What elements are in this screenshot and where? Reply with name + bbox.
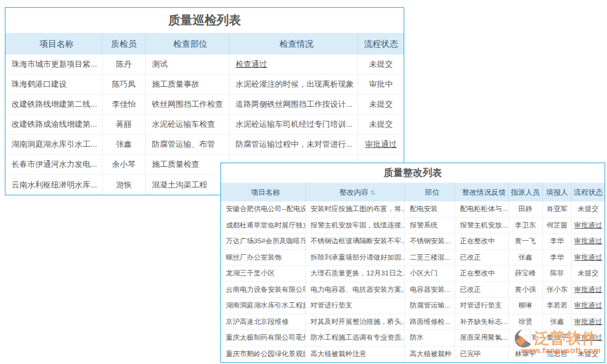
rectification-table-title: 质量整改列表 [221, 163, 605, 183]
rectify-part-cell: 路面维修检... [405, 314, 455, 330]
rectify-feedback-cell: 已改正 [455, 282, 509, 298]
reporter-name-link[interactable]: 董清平 [543, 330, 572, 346]
inspection-part-cell: 铁丝网围挡工作检查 [146, 95, 229, 114]
project-name-link[interactable]: 成都杜甫草堂临时展厅独立展... [221, 218, 306, 234]
column-header-project: 项目名称 [5, 33, 103, 55]
column-header-project: 项目名称 [221, 183, 306, 201]
status-badge[interactable]: 未提交 [572, 266, 605, 281]
project-name-link[interactable]: 长春市伊通河水力发电... [5, 155, 103, 174]
project-name-link[interactable]: 改建铁路线增建第二线... [5, 95, 103, 114]
table-row: 珠海鹤港口建设 陈巧凤 施工质量事故 水泥砼灌注的时候，出现离析现象 审批中 [5, 75, 404, 95]
status-badge[interactable]: 审批通过 [572, 282, 605, 298]
inspector-name-link[interactable]: 陈丹 [103, 55, 146, 74]
rectify-content-cell: 防水工程施工选调有专业资质... [306, 330, 405, 346]
assignee-name-link[interactable]: 徐贤 [509, 314, 543, 330]
rectify-feedback-cell: 已改正 [455, 250, 509, 266]
status-badge[interactable]: 未提交 [358, 55, 404, 74]
rectify-feedback-cell: 补齐缺失标志... [455, 314, 509, 330]
rectify-content-cell: 对管进行垫支 [306, 298, 405, 314]
inspector-name-link[interactable]: 张鑫 [103, 135, 146, 154]
column-header-status: 流程状态 [572, 183, 605, 201]
project-name-link[interactable]: 湖南洞庭湖水库引水工... [5, 135, 103, 154]
project-name-link[interactable]: 京沪高速北京段维修 [221, 314, 306, 330]
status-badge[interactable]: 未提交 [358, 115, 404, 134]
reporter-name-link[interactable]: 陈菲 [543, 266, 572, 281]
status-badge[interactable]: 审批通过 [572, 250, 605, 266]
rectify-feedback-cell: 配电柜柜体与... [455, 201, 509, 217]
reporter-name-link[interactable]: 范思哲 [543, 346, 572, 363]
status-badge[interactable]: 未提交 [572, 346, 605, 363]
inspector-name-link[interactable]: 李佳怡 [103, 95, 146, 114]
inspection-part-cell: 防腐管运输、布管 [146, 135, 229, 154]
inspector-name-link[interactable]: 游恢 [103, 175, 146, 195]
rectify-feedback-cell: 正在整改中 [455, 234, 509, 249]
inspection-part-cell: 混凝土沟渠工程 [146, 175, 229, 195]
project-name-link[interactable]: 改建铁路成渝线增建第... [5, 115, 103, 134]
reporter-name-link[interactable]: 李华 [543, 250, 572, 266]
column-header-status: 流程状态 [358, 33, 404, 55]
project-name-link[interactable]: 螺丝厂办公室装饰 [221, 250, 306, 266]
rectify-content-cell: 安装时应按施工图的布置，将... [306, 201, 405, 217]
status-badge[interactable]: 审批通过 [572, 234, 605, 249]
rectify-part-cell: 不锈钢安装... [405, 234, 455, 249]
project-name-link[interactable]: 重庆市鹅岭公园绿化景观提升... [221, 346, 306, 363]
assignee-name-link[interactable]: 薛宝峰 [509, 266, 543, 281]
table-row: 珠海市城市更新项目紫... 陈丹 测试 检查通过 未提交 [5, 55, 404, 75]
assignee-name-link[interactable]: 林康平 [509, 346, 543, 363]
inspection-situation-cell: 检查通过 [229, 55, 358, 74]
rectify-content-cell: 拆除到承重墙部分请做好加固... [306, 250, 405, 266]
assignee-name-link[interactable]: 田静 [509, 201, 543, 217]
rectify-part-cell: 报警系统 [405, 218, 455, 234]
project-name-link[interactable]: 珠海鹤港口建设 [5, 75, 103, 94]
project-name-link[interactable]: 云南水利枢纽潜明水库... [5, 175, 103, 195]
project-name-link[interactable]: 湖南洞庭湖水库引水工程施工I标 [221, 298, 306, 314]
inspector-name-link[interactable]: 余小琴 [103, 155, 146, 174]
project-name-link[interactable]: 龙湖三千里小区 [221, 266, 306, 281]
status-badge[interactable]: 审批通过 [572, 314, 605, 330]
rectify-part-cell: 高大植被栽种 [405, 346, 455, 363]
inspector-name-link[interactable]: 陈巧凤 [103, 75, 146, 94]
inspection-situation-cell: 水泥砼灌注的时候，出现离析现象 [229, 75, 358, 94]
table-row: 龙湖三千里小区 大理石质量更换，12月31日之... 小区大门 正在整改中 薛宝… [221, 266, 605, 282]
reporter-name-link[interactable]: 李华 [543, 234, 572, 249]
status-badge[interactable]: 审批通过 [572, 218, 605, 234]
status-badge[interactable]: 审批通过 [572, 298, 605, 314]
rectify-feedback-cell: 报警主机安放... [455, 218, 509, 234]
column-header-situation: 检查情况 [229, 33, 358, 55]
reporter-name-link[interactable]: 张小东 [543, 282, 572, 298]
sort-icon[interactable]: ⇅ [370, 189, 375, 196]
assignee-name-link[interactable]: 张鑫 [509, 250, 543, 266]
project-name-link[interactable]: 万达广场35#会所及咖啡厅空... [221, 234, 306, 249]
assignee-name-link[interactable]: 黄一飞 [509, 234, 543, 249]
reporter-name-link[interactable]: 张鑫 [543, 314, 572, 330]
table-row: 万达广场35#会所及咖啡厅空... 不锈钢边框玻璃隔断安装不牢... 不锈钢安装… [221, 234, 605, 250]
assignee-name-link[interactable]: 李卫东 [509, 218, 543, 234]
project-name-link[interactable]: 云南电力设备安装有限公司20... [221, 282, 306, 298]
status-badge[interactable]: 审批通过 [358, 135, 404, 154]
table-row: 湖南洞庭湖水库引水工程施工I标 对管进行垫支 防腐管运输... 对管进行垫支 柳… [221, 298, 605, 314]
project-name-link[interactable]: 重庆太极制药有限公司亳州中... [221, 330, 306, 346]
status-badge[interactable]: 审批中 [358, 75, 404, 94]
column-header-part: 部位 [405, 183, 455, 201]
status-badge[interactable]: 审批通过 [572, 330, 605, 346]
table-row: 安徽合肥供电公司--配电设备... 安装时应按施工图的布置，将... 配电安装 … [221, 201, 605, 218]
reporter-name-link[interactable]: 李若若 [543, 298, 572, 314]
inspection-situation-cell: 防腐管运输过程中，未对管进行... [229, 135, 358, 154]
project-name-link[interactable]: 珠海市城市更新项目紫... [5, 55, 103, 74]
inspector-name-link[interactable]: 蒋丽 [103, 115, 146, 134]
status-badge[interactable]: 未提交 [358, 95, 404, 114]
assignee-name-link[interactable]: 黄小强 [509, 330, 543, 346]
reporter-name-link[interactable]: 肖亚军 [543, 201, 572, 217]
table-row: 京沪高速北京段维修 对其及时开展整治措施，桥头... 路面维修检... 补齐缺失… [221, 314, 605, 331]
status-badge[interactable]: 未提交 [572, 201, 605, 217]
project-name-link[interactable]: 安徽合肥供电公司--配电设备... [221, 201, 306, 217]
rectify-part-cell: 防腐管运输... [405, 298, 455, 314]
reporter-name-link[interactable]: 何芷茵 [543, 218, 572, 234]
inspection-part-cell: 测试 [146, 55, 229, 74]
column-header-inspector: 质检员 [103, 33, 146, 55]
assignee-name-link[interactable]: 黄小强 [509, 282, 543, 298]
inspection-situation-cell: 道路两侧铁丝网围挡工作按设计... [229, 95, 358, 114]
assignee-name-link[interactable]: 柳琳 [509, 298, 543, 314]
column-header-content[interactable]: 整改内容 ⇅ [306, 183, 405, 201]
inspection-situation-cell: 水泥砼运输车司机经过专门培训... [229, 115, 358, 134]
